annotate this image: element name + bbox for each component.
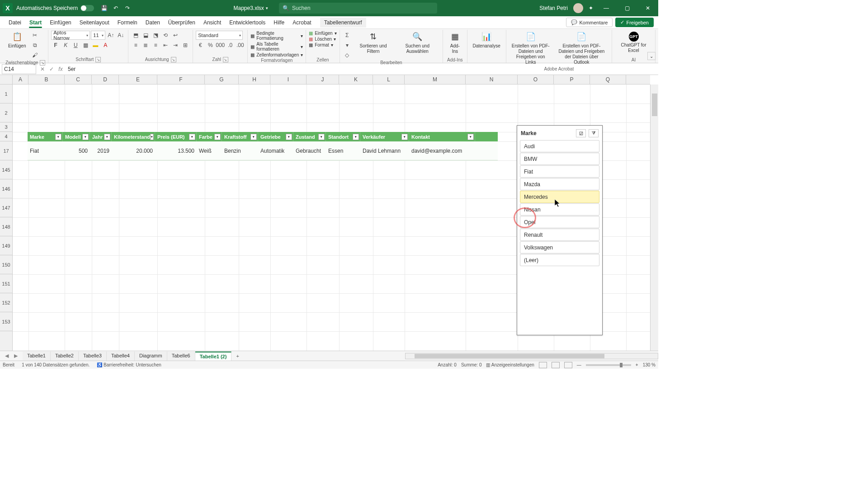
filter-dropdown-icon[interactable]: ▾ bbox=[401, 134, 408, 140]
row-header[interactable]: 147 bbox=[0, 198, 12, 217]
username[interactable]: Stefan Petri bbox=[539, 5, 568, 11]
align-top-icon[interactable]: ⬒ bbox=[131, 31, 140, 40]
tab-daten[interactable]: Daten bbox=[142, 18, 164, 28]
format-painter-icon[interactable]: 🖌 bbox=[30, 51, 39, 60]
filter-dropdown-icon[interactable]: ▾ bbox=[150, 134, 154, 140]
fill-icon[interactable]: ▾ bbox=[343, 41, 352, 50]
dialog-launcher-icon[interactable]: ↘ bbox=[223, 57, 228, 62]
currency-icon[interactable]: € bbox=[196, 41, 205, 50]
table-cell[interactable]: 500 bbox=[63, 141, 90, 160]
row-header[interactable]: 145 bbox=[0, 160, 12, 179]
slicer-item[interactable]: Volkswagen bbox=[520, 241, 599, 253]
tab-seitenlayout[interactable]: Seitenlayout bbox=[75, 18, 113, 28]
table-cell[interactable]: David Lehmann bbox=[360, 141, 409, 160]
autosave-toggle[interactable] bbox=[80, 5, 94, 11]
share-button[interactable]: ✓ Freigeben bbox=[615, 18, 654, 27]
slicer-item[interactable]: (Leer) bbox=[520, 254, 599, 266]
tab-einfügen[interactable]: Einfügen bbox=[46, 18, 75, 28]
number-format-combo[interactable]: Standard bbox=[196, 31, 243, 40]
table-header[interactable]: Modell▾ bbox=[63, 132, 90, 141]
sort-filter-button[interactable]: ⇅Sortieren und Filtern bbox=[354, 31, 393, 55]
font-color-icon[interactable]: A bbox=[101, 41, 110, 50]
sheet-tab[interactable]: Tabelle1 bbox=[23, 352, 51, 361]
status-accessibility[interactable]: ♿ Barrierefreiheit: Untersuchen bbox=[97, 362, 161, 367]
table-header[interactable]: Getriebe▾ bbox=[258, 132, 293, 141]
create-pdf-outlook-button[interactable]: 📄Erstellen von PDF-Dateien und Freigeben… bbox=[554, 31, 609, 66]
table-header[interactable]: Verkäufer▾ bbox=[360, 132, 409, 141]
slicer-item[interactable]: Fiat bbox=[520, 165, 599, 178]
multi-select-icon[interactable]: ☑ bbox=[576, 129, 586, 137]
filter-dropdown-icon[interactable]: ▾ bbox=[104, 134, 110, 140]
delete-cells-button[interactable]: ▦Löschen ▾ bbox=[309, 37, 336, 42]
enter-formula-icon[interactable]: ✓ bbox=[47, 65, 56, 74]
row-header[interactable]: 151 bbox=[0, 274, 12, 293]
tab-ansicht[interactable]: Ansicht bbox=[199, 18, 225, 28]
column-header[interactable]: C bbox=[65, 75, 92, 84]
table-header[interactable]: Kontakt▾ bbox=[409, 132, 475, 141]
horizontal-scrollbar[interactable] bbox=[405, 353, 658, 359]
dialog-launcher-icon[interactable]: ↘ bbox=[40, 60, 45, 66]
row-header[interactable]: 146 bbox=[0, 179, 12, 198]
page-layout-view-icon[interactable] bbox=[552, 362, 560, 368]
format-as-table-button[interactable]: ▦Als Tabelle formatieren ▾ bbox=[250, 42, 303, 52]
slicer-item[interactable]: Opel bbox=[520, 216, 599, 228]
redo-icon[interactable]: ↷ bbox=[124, 5, 131, 12]
filter-dropdown-icon[interactable]: ▾ bbox=[467, 134, 474, 140]
filter-dropdown-icon[interactable]: ▾ bbox=[250, 134, 257, 140]
table-cell[interactable]: 20.000 bbox=[112, 141, 155, 160]
maximize-icon[interactable]: ▢ bbox=[619, 1, 635, 15]
slicer-item[interactable]: Nissan bbox=[520, 203, 599, 216]
vertical-scrollbar[interactable] bbox=[650, 84, 658, 351]
table-row[interactable]: Fiat500201920.00013.500WeißBenzinAutomat… bbox=[28, 141, 498, 160]
create-pdf-link-button[interactable]: 📄Erstellen von PDF-Dateien und Freigeben… bbox=[509, 31, 552, 66]
sheet-tab[interactable]: Tabelle4 bbox=[107, 352, 135, 361]
sheet-tab[interactable]: Diagramm bbox=[135, 352, 167, 361]
copy-icon[interactable]: ⧉ bbox=[30, 41, 39, 50]
next-sheet-icon[interactable]: ▶ bbox=[12, 352, 20, 360]
column-header[interactable]: D bbox=[92, 75, 119, 84]
chatgpt-button[interactable]: GPTChatGPT for Excel bbox=[615, 31, 652, 54]
dialog-launcher-icon[interactable]: ↘ bbox=[171, 57, 176, 62]
prev-sheet-icon[interactable]: ◀ bbox=[3, 352, 11, 360]
comma-icon[interactable]: 000 bbox=[216, 41, 225, 50]
increase-decimal-icon[interactable]: .0 bbox=[226, 41, 235, 50]
row-header[interactable]: 17 bbox=[0, 141, 12, 160]
table-header[interactable]: Standort▾ bbox=[326, 132, 360, 141]
align-middle-icon[interactable]: ⬓ bbox=[141, 31, 150, 40]
select-all-corner[interactable] bbox=[0, 75, 13, 84]
cell-styles-button[interactable]: ▦Zellenformatvorlagen ▾ bbox=[250, 52, 303, 57]
tab-hilfe[interactable]: Hilfe bbox=[269, 18, 288, 28]
italic-icon[interactable]: K bbox=[61, 41, 70, 50]
table-cell[interactable]: Benzin bbox=[222, 141, 258, 160]
column-header[interactable]: I bbox=[270, 75, 307, 84]
column-headers[interactable]: ABCDEFGHIJKLMNOPQ bbox=[13, 75, 650, 84]
table-header[interactable]: Preis (EUR)▾ bbox=[155, 132, 197, 141]
column-header[interactable]: E bbox=[119, 75, 157, 84]
border-icon[interactable]: ▦ bbox=[81, 41, 90, 50]
sheet-tab[interactable]: Tabelle1 (2) bbox=[195, 352, 232, 361]
table-header[interactable]: Farbe▾ bbox=[197, 132, 222, 141]
autosave-control[interactable]: Automatisches Speichern bbox=[16, 5, 94, 11]
filter-dropdown-icon[interactable]: ▾ bbox=[189, 134, 195, 140]
spreadsheet-grid[interactable]: ABCDEFGHIJKLMNOPQ 1234171451461471481491… bbox=[0, 75, 658, 352]
column-header[interactable]: G bbox=[205, 75, 239, 84]
align-right-icon[interactable]: ≡ bbox=[151, 41, 160, 50]
column-header[interactable]: P bbox=[554, 75, 590, 84]
merge-icon[interactable]: ⊞ bbox=[181, 41, 190, 50]
table-cell[interactable]: 13.500 bbox=[155, 141, 197, 160]
column-header[interactable]: N bbox=[466, 75, 518, 84]
table-header[interactable]: Jahr▾ bbox=[90, 132, 112, 141]
tab-überprüfen[interactable]: Überprüfen bbox=[164, 18, 199, 28]
sheet-tab[interactable]: Tabelle6 bbox=[167, 352, 195, 361]
clear-filter-icon[interactable]: ⧩ bbox=[589, 129, 599, 137]
slicer-item[interactable]: Audi bbox=[520, 140, 599, 152]
percent-icon[interactable]: % bbox=[206, 41, 215, 50]
tab-start[interactable]: Start bbox=[25, 18, 46, 28]
search-box[interactable]: 🔍 Suchen bbox=[279, 3, 437, 14]
column-header[interactable]: M bbox=[405, 75, 466, 84]
align-center-icon[interactable]: ≣ bbox=[141, 41, 150, 50]
tab-entwicklertools[interactable]: Entwicklertools bbox=[225, 18, 269, 28]
column-header[interactable]: B bbox=[28, 75, 65, 84]
table-cell[interactable]: Fiat bbox=[28, 141, 63, 160]
slicer-marke[interactable]: Marke ☑ ⧩ AudiBMWFiatMazdaMercedesNissan… bbox=[517, 125, 603, 335]
